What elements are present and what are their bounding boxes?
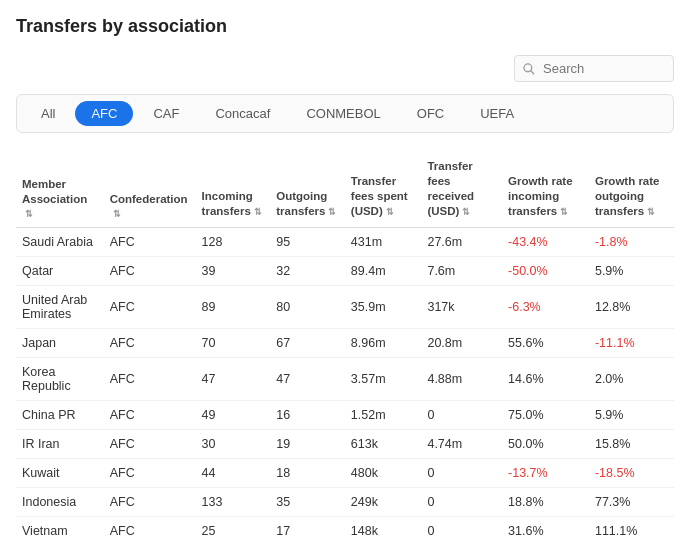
cell-member: IR Iran	[16, 429, 104, 458]
col-label-confederation: Confederation	[110, 193, 188, 205]
cell-incoming: 25	[196, 516, 271, 537]
page-title: Transfers by association	[16, 16, 674, 37]
cell-fees_received: 0	[421, 458, 502, 487]
cell-fees_spent: 89.4m	[345, 256, 422, 285]
filter-tabs: AllAFCCAFConcacafCONMEBOLOFCUEFA	[16, 94, 674, 133]
svg-line-1	[531, 71, 534, 74]
filter-tab-ofc[interactable]: OFC	[401, 101, 460, 126]
table-row: JapanAFC70678.96m20.8m55.6%-11.1%	[16, 328, 674, 357]
col-header-growth_incoming[interactable]: Growth rate incoming transfers⇅	[502, 151, 589, 227]
cell-fees_spent: 35.9m	[345, 285, 422, 328]
search-input[interactable]	[514, 55, 674, 82]
filter-tab-conmebol[interactable]: CONMEBOL	[290, 101, 396, 126]
cell-growth_outgoing: -11.1%	[589, 328, 674, 357]
table-row: IR IranAFC3019613k4.74m50.0%15.8%	[16, 429, 674, 458]
search-wrapper	[514, 55, 674, 82]
cell-outgoing: 67	[270, 328, 345, 357]
cell-confederation: AFC	[104, 256, 196, 285]
cell-member: China PR	[16, 400, 104, 429]
cell-outgoing: 16	[270, 400, 345, 429]
search-bar	[16, 55, 674, 82]
cell-incoming: 133	[196, 487, 271, 516]
table-row: Korea RepublicAFC47473.57m4.88m14.6%2.0%	[16, 357, 674, 400]
cell-outgoing: 35	[270, 487, 345, 516]
cell-fees_spent: 613k	[345, 429, 422, 458]
cell-confederation: AFC	[104, 357, 196, 400]
col-label-fees_spent: Transfer fees spent (USD)	[351, 175, 408, 217]
sort-icon-fees_received: ⇅	[462, 207, 470, 217]
cell-confederation: AFC	[104, 429, 196, 458]
cell-growth_incoming: 18.8%	[502, 487, 589, 516]
cell-confederation: AFC	[104, 487, 196, 516]
sort-icon-incoming: ⇅	[254, 207, 262, 217]
cell-confederation: AFC	[104, 400, 196, 429]
table-row: IndonesiaAFC13335249k018.8%77.3%	[16, 487, 674, 516]
col-header-outgoing[interactable]: Outgoing transfers⇅	[270, 151, 345, 227]
cell-fees_spent: 480k	[345, 458, 422, 487]
filter-tab-caf[interactable]: CAF	[137, 101, 195, 126]
cell-outgoing: 47	[270, 357, 345, 400]
cell-fees_received: 317k	[421, 285, 502, 328]
cell-fees_spent: 1.52m	[345, 400, 422, 429]
cell-confederation: AFC	[104, 328, 196, 357]
cell-growth_outgoing: -1.8%	[589, 227, 674, 256]
cell-fees_received: 4.88m	[421, 357, 502, 400]
col-header-incoming[interactable]: Incoming transfers⇅	[196, 151, 271, 227]
table-row: Saudi ArabiaAFC12895431m27.6m-43.4%-1.8%	[16, 227, 674, 256]
cell-fees_spent: 431m	[345, 227, 422, 256]
filter-tab-all[interactable]: All	[25, 101, 71, 126]
cell-incoming: 47	[196, 357, 271, 400]
cell-growth_incoming: -43.4%	[502, 227, 589, 256]
cell-member: Vietnam	[16, 516, 104, 537]
filter-tab-uefa[interactable]: UEFA	[464, 101, 530, 126]
col-label-member: Member Association	[22, 178, 87, 205]
cell-fees_spent: 8.96m	[345, 328, 422, 357]
sort-icon-growth_outgoing: ⇅	[647, 207, 655, 217]
cell-fees_received: 7.6m	[421, 256, 502, 285]
sort-icon-member: ⇅	[25, 209, 33, 219]
filter-tab-afc[interactable]: AFC	[75, 101, 133, 126]
sort-icon-confederation: ⇅	[113, 209, 121, 219]
col-header-growth_outgoing[interactable]: Growth rate outgoing transfers⇅	[589, 151, 674, 227]
cell-growth_outgoing: 111.1%	[589, 516, 674, 537]
cell-growth_outgoing: 15.8%	[589, 429, 674, 458]
cell-incoming: 70	[196, 328, 271, 357]
data-table: Member Association⇅Confederation⇅Incomin…	[16, 151, 674, 537]
cell-fees_received: 0	[421, 400, 502, 429]
col-header-fees_spent[interactable]: Transfer fees spent (USD)⇅	[345, 151, 422, 227]
table-row: VietnamAFC2517148k031.6%111.1%	[16, 516, 674, 537]
col-header-confederation[interactable]: Confederation⇅	[104, 151, 196, 227]
col-header-member[interactable]: Member Association⇅	[16, 151, 104, 227]
table-body: Saudi ArabiaAFC12895431m27.6m-43.4%-1.8%…	[16, 227, 674, 537]
table-row: KuwaitAFC4418480k0-13.7%-18.5%	[16, 458, 674, 487]
filter-tab-concacaf[interactable]: Concacaf	[199, 101, 286, 126]
cell-growth_outgoing: 5.9%	[589, 256, 674, 285]
cell-incoming: 128	[196, 227, 271, 256]
cell-fees_received: 0	[421, 487, 502, 516]
cell-growth_incoming: -50.0%	[502, 256, 589, 285]
cell-outgoing: 19	[270, 429, 345, 458]
cell-growth_outgoing: 77.3%	[589, 487, 674, 516]
col-label-incoming: Incoming transfers	[202, 190, 253, 217]
cell-fees_spent: 148k	[345, 516, 422, 537]
cell-growth_outgoing: -18.5%	[589, 458, 674, 487]
cell-outgoing: 95	[270, 227, 345, 256]
table-row: China PRAFC49161.52m075.0%5.9%	[16, 400, 674, 429]
cell-member: United Arab Emirates	[16, 285, 104, 328]
sort-icon-growth_incoming: ⇅	[560, 207, 568, 217]
cell-confederation: AFC	[104, 227, 196, 256]
cell-member: Qatar	[16, 256, 104, 285]
cell-incoming: 30	[196, 429, 271, 458]
cell-fees_received: 4.74m	[421, 429, 502, 458]
cell-confederation: AFC	[104, 516, 196, 537]
cell-incoming: 39	[196, 256, 271, 285]
col-header-fees_received[interactable]: Transfer fees received (USD)⇅	[421, 151, 502, 227]
search-icon	[522, 62, 535, 75]
cell-growth_incoming: -6.3%	[502, 285, 589, 328]
cell-fees_spent: 3.57m	[345, 357, 422, 400]
cell-growth_incoming: 75.0%	[502, 400, 589, 429]
cell-fees_received: 0	[421, 516, 502, 537]
sort-icon-fees_spent: ⇅	[386, 207, 394, 217]
cell-growth_incoming: 31.6%	[502, 516, 589, 537]
cell-member: Saudi Arabia	[16, 227, 104, 256]
